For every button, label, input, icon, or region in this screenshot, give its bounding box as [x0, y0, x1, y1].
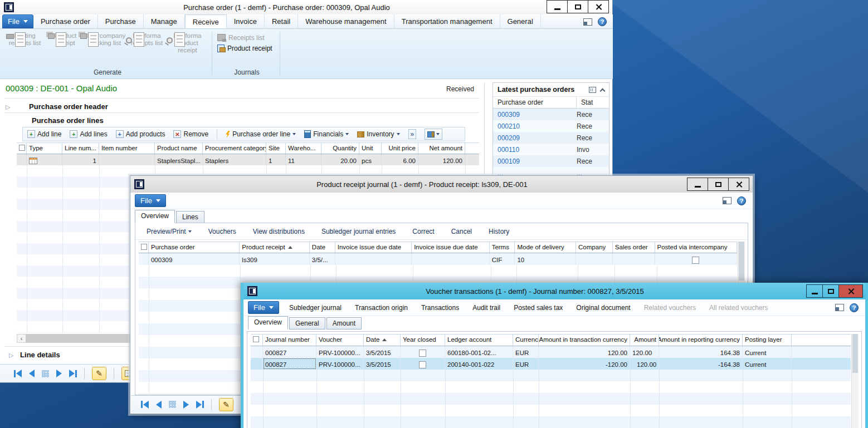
file-menu-button[interactable]: File [2, 14, 33, 28]
tab-lines[interactable]: Lines [176, 211, 204, 223]
column-header-site[interactable]: Site [266, 143, 286, 154]
voucher-row[interactable]: 000827 PRV-100000... 3/5/2015 600180-001… [251, 346, 851, 358]
date-cell[interactable]: 3/5/... [310, 253, 335, 265]
collapse-chevron-icon[interactable] [600, 88, 606, 94]
next-record-button[interactable] [56, 370, 62, 377]
titlebar[interactable]: Purchase order (1 - demf) - Purchase ord… [0, 0, 612, 14]
checkbox[interactable] [253, 336, 259, 342]
pro-forma-product-receipt-button[interactable]: Pro forma product receipt [167, 30, 208, 54]
menu-audit-trail[interactable]: Audit trail [472, 304, 500, 312]
ledger-account-cell[interactable]: 600180-001-02... [445, 346, 513, 358]
year-closed-cell[interactable] [401, 358, 445, 370]
column-header-invoice-issue-due-date-2[interactable]: Invoice issue due date [412, 242, 489, 253]
checkbox[interactable] [19, 145, 25, 151]
vouchers-button[interactable]: Vouchers [208, 228, 236, 235]
tab-general[interactable]: General [289, 317, 325, 329]
correct-button[interactable]: Correct [412, 228, 434, 235]
view-options-button[interactable] [425, 129, 442, 140]
tab-retail[interactable]: Retail [265, 14, 298, 28]
line-type-cell[interactable] [27, 154, 62, 165]
posted-via-intercompany-cell[interactable] [655, 253, 737, 265]
help-icon[interactable]: ? [598, 17, 607, 26]
purchase-order-cell[interactable]: 000309 [149, 253, 240, 265]
titlebar[interactable]: Voucher transactions (1 - demf) - Journa… [243, 283, 865, 299]
section-line-details[interactable]: ▷ Line details [9, 351, 60, 359]
history-button[interactable]: History [489, 228, 509, 235]
tab-manage[interactable]: Manage [144, 14, 185, 28]
select-all-checkbox-cell[interactable] [17, 143, 27, 154]
column-header-unit[interactable]: Unit [359, 143, 382, 154]
list-item[interactable]: 000109Rece [493, 155, 609, 167]
receipt-row[interactable]: 000309 ls309 3/5/... CIF 10 [139, 253, 737, 265]
unit-price-cell[interactable]: 6.00 [382, 154, 418, 165]
item-number-cell[interactable] [99, 154, 155, 165]
next-record-button[interactable] [183, 401, 189, 409]
menu-original-document[interactable]: Original document [576, 304, 630, 312]
column-header-quantity[interactable]: Quantity [321, 143, 359, 154]
scroll-left-button[interactable]: ‹ [17, 334, 26, 342]
list-item[interactable]: 000209Rece [493, 132, 609, 144]
maximize-button[interactable] [708, 178, 729, 191]
voucher-row-selected[interactable]: 000827 PRV-100000... 3/5/2015 200140-001… [251, 358, 851, 370]
titlebar[interactable]: Product receipt journal (1 - demf) - Pro… [130, 176, 753, 193]
column-header-journal-number[interactable]: Journal number [263, 334, 316, 346]
list-item[interactable]: 000210Rece [493, 120, 609, 132]
view-distributions-button[interactable]: View distributions [253, 228, 305, 235]
remove-button[interactable]: ✕Remove [173, 130, 208, 138]
date-cell[interactable]: 3/5/2015 [364, 358, 401, 370]
tab-warehouse-management[interactable]: Warehouse management [298, 14, 394, 28]
line-num-cell[interactable]: 1 [62, 154, 99, 165]
column-header-year-closed[interactable]: Year closed [401, 334, 445, 346]
tab-receive[interactable]: Receive [185, 14, 227, 28]
maximize-button[interactable] [567, 0, 588, 13]
select-all-checkbox-cell[interactable] [251, 334, 263, 346]
checkbox[interactable] [419, 361, 426, 368]
add-lines-button[interactable]: +Add lines [70, 130, 107, 138]
menu-posted-sales-tax[interactable]: Posted sales tax [514, 304, 563, 312]
purchase-order-line-menu[interactable]: Purchase order line [226, 130, 296, 138]
column-header-company[interactable]: Company [576, 242, 613, 253]
menu-transaction-origin[interactable]: Transaction origin [355, 304, 408, 312]
product-receipt-journal-button[interactable]: Product receipt [217, 43, 276, 53]
column-header-net-amount[interactable]: Net amount [418, 143, 465, 154]
journal-number-cell[interactable]: 000827 [263, 346, 316, 358]
maximize-button[interactable] [822, 284, 839, 298]
previous-record-button[interactable] [156, 401, 162, 409]
column-header-ledger-account[interactable]: Ledger account [445, 334, 513, 346]
column-header-date[interactable]: Date [364, 334, 401, 346]
column-header-invoice-issue-due-date[interactable]: Invoice issue due date [335, 242, 412, 253]
mode-of-delivery-cell[interactable]: 10 [515, 253, 576, 265]
category-cell[interactable]: Staplers [203, 154, 266, 165]
column-header-terms[interactable]: Terms [490, 242, 515, 253]
unit-cell[interactable]: pcs [359, 154, 382, 165]
ledger-account-cell[interactable]: 200140-001-022 [445, 358, 513, 370]
tab-invoice[interactable]: Invoice [227, 14, 265, 28]
column-header-mode-of-delivery[interactable]: Mode of delivery [515, 242, 576, 253]
checkbox[interactable] [692, 257, 699, 264]
column-header-status[interactable]: Stat [577, 97, 597, 108]
column-header-currency[interactable]: Currency [513, 334, 539, 346]
po-line-row[interactable]: 1 StaplersStapl... Staplers 1 11 20.00 p… [17, 154, 479, 165]
scrollbar-thumb[interactable] [852, 334, 858, 373]
journal-number-cell[interactable]: 000827 [263, 358, 316, 370]
column-header-purchase-order[interactable]: Purchase order [149, 242, 240, 253]
grid-view-icon[interactable] [169, 401, 176, 408]
column-header-line-num[interactable]: Line num... [62, 143, 99, 154]
previous-record-button[interactable] [29, 370, 35, 377]
help-icon[interactable]: ? [850, 303, 859, 312]
vertical-scrollbar[interactable] [851, 334, 859, 428]
minimize-button[interactable] [806, 284, 823, 298]
column-header-warehouse[interactable]: Wareho... [286, 143, 321, 154]
list-item[interactable]: 000309Rece [493, 109, 609, 120]
product-receipt-cell[interactable]: ls309 [240, 253, 310, 265]
checkbox[interactable] [419, 350, 426, 357]
layout-icon[interactable] [835, 304, 844, 311]
minimize-button[interactable] [687, 178, 708, 191]
column-header-amount-reporting[interactable]: Amount in reporting currency [659, 334, 743, 346]
net-amount-cell[interactable]: 120.00 [418, 154, 465, 165]
amount-cell[interactable]: 120.00 [630, 346, 659, 358]
posting-receipts-list-button[interactable]: Posting receipts list [4, 30, 45, 54]
tab-purchase-order[interactable]: Purchase order [33, 14, 98, 28]
tab-amount[interactable]: Amount [326, 317, 362, 329]
checkbox[interactable] [141, 244, 147, 250]
